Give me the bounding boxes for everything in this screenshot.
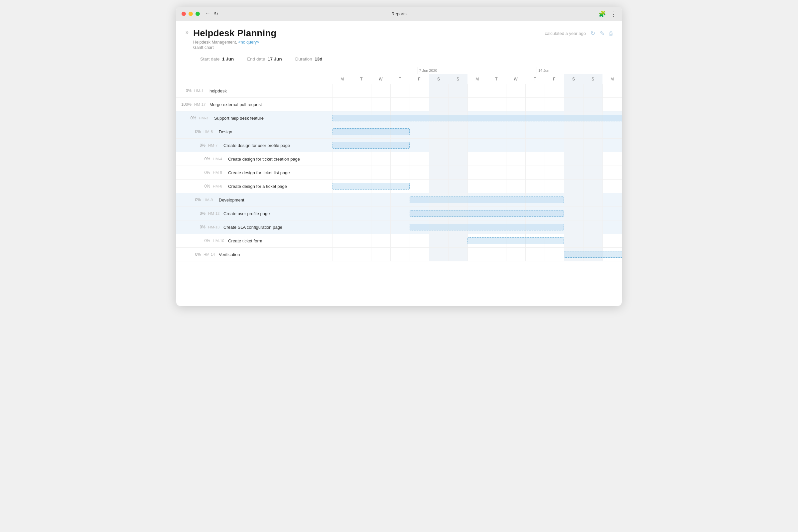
gantt-row[interactable]: 0%HM-4Create design for ticket creation …	[176, 152, 622, 166]
day-slot	[352, 248, 371, 261]
gantt-row[interactable]: 0%HM-8Design	[176, 125, 622, 139]
edit-icon[interactable]: ✎	[600, 30, 605, 37]
gantt-row[interactable]: 0%HM-12Create user profile page	[176, 207, 622, 221]
task-percent: 0%	[189, 129, 201, 134]
refresh-icon[interactable]: ↻	[590, 30, 595, 37]
day-slot	[564, 234, 583, 247]
gantt-timeline	[332, 166, 622, 179]
day-slot	[352, 221, 371, 234]
header-actions: calculated a year ago ↻ ✎ ⎙	[545, 30, 612, 37]
app-window: ← ↻ Reports 🧩 ⋮ » Helpdesk Planning Help…	[176, 7, 622, 306]
gantt-row[interactable]: 0%HM-14Verification	[176, 248, 622, 261]
close-button[interactable]	[182, 12, 186, 16]
day-slot	[583, 139, 603, 152]
day-slot	[583, 166, 603, 179]
day-slot	[564, 166, 583, 179]
gantt-row[interactable]: 0%HM-1helpdesk	[176, 84, 622, 98]
day-slot	[410, 152, 429, 166]
day-slot	[564, 179, 583, 193]
task-info: 0%HM-7Create design for user profile pag…	[176, 141, 332, 150]
gantt-row[interactable]: 0%HM-13Create SLA configuration page	[176, 221, 622, 234]
breadcrumb-link[interactable]: <no query>	[238, 40, 259, 44]
gantt-container: 7 Jun 2020 14 Jun M T W T F S S M	[176, 67, 622, 261]
print-icon[interactable]: ⎙	[609, 30, 612, 37]
reload-icon[interactable]: ↻	[214, 11, 218, 17]
task-id: HM-4	[213, 157, 225, 161]
day-T2: T	[391, 74, 410, 84]
day-slot	[468, 139, 487, 152]
maximize-button[interactable]	[195, 12, 200, 16]
day-slot	[583, 98, 603, 111]
day-slot	[506, 125, 525, 138]
gantt-row[interactable]: 0%HM-6Create design for a ticket page	[176, 179, 622, 193]
day-slot	[564, 152, 583, 166]
day-slot	[332, 166, 352, 179]
day-slot	[391, 166, 410, 179]
task-id: HM-12	[208, 211, 221, 215]
extensions-icon[interactable]: 🧩	[598, 10, 606, 18]
day-slot	[371, 84, 391, 97]
gantt-bar	[332, 115, 622, 121]
start-date-value: 1 Jun	[222, 57, 234, 61]
day-slot	[448, 179, 468, 193]
day-slot	[332, 152, 352, 166]
day-slot	[506, 179, 525, 193]
gantt-rows: 0%HM-1helpdesk100%HM-17Merge external pu…	[176, 84, 622, 261]
task-percent: 0%	[189, 252, 201, 257]
day-slot	[410, 166, 429, 179]
day-slot	[603, 98, 622, 111]
day-F1: F	[410, 74, 429, 84]
gantt-row[interactable]: 0%HM-9Development	[176, 193, 622, 207]
day-slot	[371, 193, 391, 207]
task-info: 0%HM-12Create user profile page	[176, 209, 332, 218]
day-slot	[545, 179, 564, 193]
day-slot	[332, 98, 352, 111]
day-S3: S	[564, 74, 583, 84]
gantt-timeline	[332, 179, 622, 193]
gantt-timeline	[332, 193, 622, 207]
gantt-row[interactable]: 0%HM-3Support help desk feature	[176, 111, 622, 125]
day-slot	[448, 152, 468, 166]
day-slot	[545, 152, 564, 166]
minimize-button[interactable]	[189, 12, 193, 16]
day-slot	[410, 125, 429, 138]
day-slot	[429, 248, 448, 261]
gantt-row[interactable]: 0%HM-7Create design for user profile pag…	[176, 139, 622, 152]
day-slot	[583, 152, 603, 166]
task-name: Create ticket form	[228, 239, 262, 243]
day-slot	[525, 152, 545, 166]
day-slot	[371, 166, 391, 179]
day-slot	[468, 152, 487, 166]
task-name: Create design for ticket creation page	[228, 157, 300, 162]
day-slot	[545, 139, 564, 152]
day-slot	[391, 248, 410, 261]
day-slot	[468, 98, 487, 111]
day-slot	[506, 248, 525, 261]
day-slot	[352, 98, 371, 111]
back-icon[interactable]: ←	[205, 11, 210, 17]
gantt-row[interactable]: 0%HM-5Create design for ticket list page	[176, 166, 622, 179]
day-slot	[603, 139, 622, 152]
gantt-bar	[332, 142, 410, 149]
gantt-row[interactable]: 100%HM-17Merge external pull request	[176, 98, 622, 111]
day-slot	[487, 139, 506, 152]
task-id: HM-3	[199, 116, 211, 120]
gantt-row[interactable]: 0%HM-10Create ticket form	[176, 234, 622, 248]
sidebar-toggle[interactable]: »	[186, 29, 189, 35]
day-slot	[487, 125, 506, 138]
task-info: 0%HM-5Create design for ticket list page	[176, 168, 332, 177]
day-slot	[525, 139, 545, 152]
task-info: 0%HM-10Create ticket form	[176, 236, 332, 245]
task-info: 0%HM-4Create design for ticket creation …	[176, 155, 332, 164]
gantt-bar	[564, 251, 622, 258]
day-slot	[564, 84, 583, 97]
day-slot	[506, 152, 525, 166]
day-slot	[603, 234, 622, 247]
day-M2: M	[468, 74, 487, 84]
more-icon[interactable]: ⋮	[610, 10, 616, 18]
day-slot	[371, 207, 391, 220]
day-slot	[564, 125, 583, 138]
gantt-area: 7 Jun 2020 14 Jun M T W T F S S M	[176, 67, 622, 261]
day-slot	[429, 152, 448, 166]
page-title-block: Helpdesk Planning Helpdesk Management, <…	[193, 28, 545, 50]
